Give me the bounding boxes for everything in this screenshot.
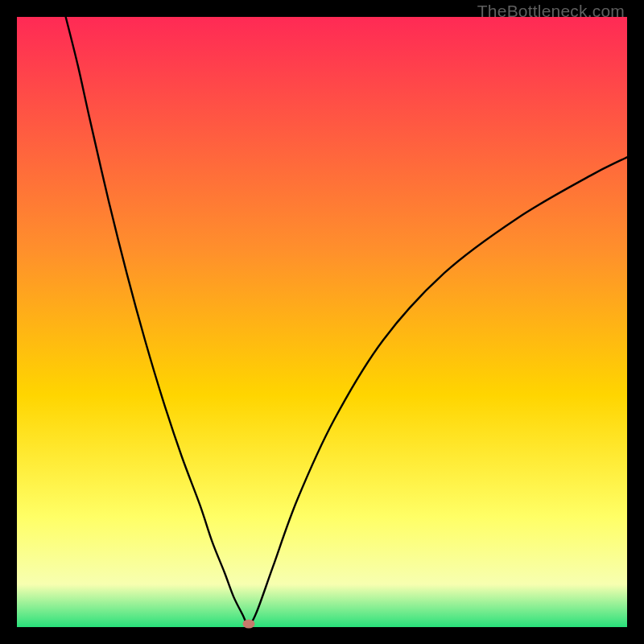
optimal-point-marker	[243, 620, 255, 629]
bottleneck-curve	[17, 17, 627, 627]
chart-frame	[17, 17, 627, 627]
